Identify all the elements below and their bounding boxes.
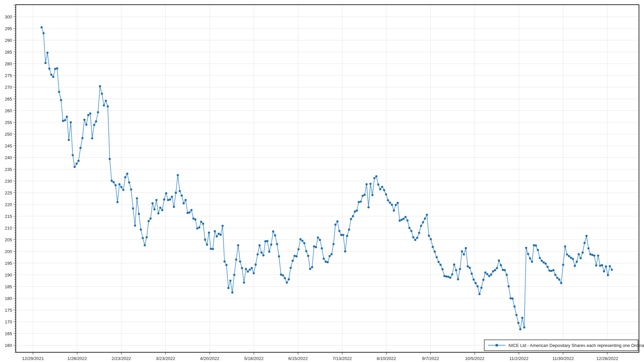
data-point[interactable] bbox=[192, 218, 194, 220]
data-point[interactable] bbox=[539, 257, 541, 259]
data-point[interactable] bbox=[227, 287, 229, 289]
series-points[interactable] bbox=[41, 26, 613, 330]
data-point[interactable] bbox=[223, 260, 225, 262]
data-point[interactable] bbox=[379, 188, 381, 190]
data-point[interactable] bbox=[68, 139, 70, 141]
data-point[interactable] bbox=[546, 266, 548, 268]
data-point[interactable] bbox=[348, 229, 350, 231]
data-point[interactable] bbox=[325, 261, 327, 263]
data-point[interactable] bbox=[414, 239, 416, 241]
data-point[interactable] bbox=[589, 253, 591, 255]
data-point[interactable] bbox=[356, 209, 358, 212]
data-point[interactable] bbox=[430, 238, 432, 240]
data-point[interactable] bbox=[607, 274, 609, 276]
data-point[interactable] bbox=[332, 243, 334, 245]
data-point[interactable] bbox=[554, 274, 556, 276]
data-point[interactable] bbox=[120, 186, 122, 188]
data-point[interactable] bbox=[354, 210, 356, 213]
data-point[interactable] bbox=[453, 263, 455, 265]
data-point[interactable] bbox=[113, 181, 115, 183]
data-point[interactable] bbox=[177, 174, 179, 176]
data-point[interactable] bbox=[381, 186, 383, 188]
data-point[interactable] bbox=[182, 202, 184, 204]
data-point[interactable] bbox=[251, 267, 253, 269]
data-point[interactable] bbox=[122, 189, 124, 191]
data-point[interactable] bbox=[77, 160, 79, 162]
data-point[interactable] bbox=[191, 209, 193, 211]
data-point[interactable] bbox=[408, 227, 410, 229]
data-point[interactable] bbox=[321, 247, 323, 249]
data-point[interactable] bbox=[303, 242, 305, 244]
data-point[interactable] bbox=[44, 62, 46, 64]
data-point[interactable] bbox=[159, 207, 161, 209]
data-point[interactable] bbox=[443, 275, 445, 277]
data-point[interactable] bbox=[463, 253, 465, 255]
data-point[interactable] bbox=[537, 249, 539, 251]
data-point[interactable] bbox=[371, 194, 373, 196]
data-point[interactable] bbox=[582, 251, 584, 253]
data-point[interactable] bbox=[70, 121, 72, 123]
data-point[interactable] bbox=[471, 273, 473, 275]
data-point[interactable] bbox=[186, 212, 189, 214]
data-point[interactable] bbox=[41, 26, 43, 28]
data-point[interactable] bbox=[204, 239, 206, 241]
data-point[interactable] bbox=[126, 173, 128, 175]
data-point[interactable] bbox=[473, 279, 475, 281]
data-point[interactable] bbox=[311, 266, 313, 268]
data-point[interactable] bbox=[478, 293, 480, 295]
data-point[interactable] bbox=[605, 265, 607, 267]
data-point[interactable] bbox=[447, 276, 449, 278]
data-point[interactable] bbox=[300, 238, 302, 240]
data-point[interactable] bbox=[146, 236, 148, 238]
data-point[interactable] bbox=[206, 244, 208, 246]
data-point[interactable] bbox=[496, 267, 498, 269]
data-point[interactable] bbox=[611, 268, 613, 270]
data-point[interactable] bbox=[410, 230, 412, 232]
data-point[interactable] bbox=[484, 272, 486, 274]
data-point[interactable] bbox=[358, 201, 360, 203]
data-point[interactable] bbox=[395, 204, 397, 206]
data-point[interactable] bbox=[475, 282, 477, 284]
data-point[interactable] bbox=[498, 259, 500, 261]
data-point[interactable] bbox=[87, 114, 89, 116]
data-point[interactable] bbox=[85, 124, 87, 126]
data-point[interactable] bbox=[502, 269, 504, 271]
data-point[interactable] bbox=[385, 193, 387, 195]
data-point[interactable] bbox=[296, 255, 298, 257]
data-point[interactable] bbox=[148, 220, 150, 222]
data-point[interactable] bbox=[101, 93, 103, 95]
data-point[interactable] bbox=[595, 264, 597, 266]
data-point[interactable] bbox=[568, 255, 570, 257]
data-point[interactable] bbox=[237, 244, 239, 246]
data-point[interactable] bbox=[276, 243, 278, 245]
data-point[interactable] bbox=[509, 297, 512, 299]
data-point[interactable] bbox=[150, 218, 152, 220]
data-point[interactable] bbox=[323, 258, 325, 260]
data-point[interactable] bbox=[467, 265, 469, 267]
data-point[interactable] bbox=[572, 258, 574, 260]
data-point[interactable] bbox=[517, 322, 519, 324]
data-point[interactable] bbox=[233, 274, 235, 276]
data-point[interactable] bbox=[578, 253, 580, 255]
data-point[interactable] bbox=[449, 277, 451, 279]
data-point[interactable] bbox=[603, 270, 605, 272]
data-point[interactable] bbox=[221, 225, 223, 227]
data-point[interactable] bbox=[437, 261, 439, 263]
data-point[interactable] bbox=[492, 270, 494, 272]
data-point[interactable] bbox=[459, 268, 461, 270]
data-point[interactable] bbox=[560, 282, 562, 284]
data-point[interactable] bbox=[564, 245, 566, 247]
data-point[interactable] bbox=[243, 282, 245, 284]
data-point[interactable] bbox=[533, 244, 535, 246]
data-point[interactable] bbox=[253, 272, 255, 274]
data-point[interactable] bbox=[362, 195, 364, 197]
data-point[interactable] bbox=[477, 285, 479, 287]
data-point[interactable] bbox=[488, 275, 490, 277]
data-point[interactable] bbox=[272, 230, 274, 232]
data-point[interactable] bbox=[268, 251, 270, 253]
data-point[interactable] bbox=[262, 254, 264, 256]
data-point[interactable] bbox=[307, 255, 309, 257]
data-point[interactable] bbox=[506, 274, 508, 276]
data-point[interactable] bbox=[216, 235, 218, 237]
data-point[interactable] bbox=[75, 163, 77, 165]
